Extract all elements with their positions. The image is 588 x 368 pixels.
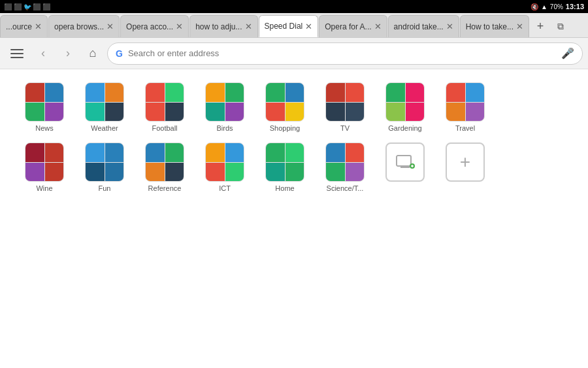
- speed-dial-travel[interactable]: Travel: [440, 82, 490, 132]
- menu-button[interactable]: [5, 42, 29, 65]
- address-input[interactable]: [128, 48, 556, 58]
- speed-dial-news[interactable]: News: [20, 82, 69, 132]
- tab-1[interactable]: ...ource ✕: [0, 15, 48, 37]
- tab-2-close[interactable]: ✕: [106, 22, 114, 31]
- news-label: News: [35, 124, 54, 132]
- tab-8-close[interactable]: ✕: [516, 22, 523, 31]
- browser-chrome: ‹ › ⌂ G 🎤: [0, 38, 588, 69]
- speed-dial-row-2: Wine Fun Reference: [20, 142, 568, 192]
- tab-overflow-button[interactable]: ⧉: [551, 15, 570, 37]
- science-label: Science/T...: [327, 184, 364, 192]
- battery-icon: 70%: [550, 3, 563, 10]
- speed-dial-row-1: News Weather Football: [20, 82, 568, 132]
- shopping-icon: [265, 82, 304, 122]
- speed-dial-special-icon: [385, 142, 425, 182]
- travel-icon: [446, 82, 485, 122]
- tab-3-close[interactable]: ✕: [176, 22, 183, 31]
- google-logo: G: [116, 48, 123, 59]
- ict-icon: [205, 142, 244, 182]
- shopping-label: Shopping: [270, 124, 301, 132]
- speed-dial-special[interactable]: [380, 142, 430, 192]
- travel-label: Travel: [455, 124, 475, 132]
- weather-label: Weather: [91, 124, 118, 132]
- gardening-icon: [385, 82, 425, 122]
- tab-3[interactable]: Opera acco... ✕: [120, 15, 189, 37]
- wifi-icon: ▲: [541, 3, 547, 10]
- speed-dial-shopping[interactable]: Shopping: [260, 82, 310, 132]
- gardening-label: Gardening: [388, 124, 421, 132]
- speed-dial-gardening[interactable]: Gardening: [380, 82, 430, 132]
- speed-dial-ict[interactable]: ICT: [200, 142, 250, 192]
- clock: 13:13: [566, 3, 584, 10]
- tab-6-close[interactable]: ✕: [374, 22, 382, 31]
- fun-label: Fun: [99, 184, 111, 192]
- speed-dial-grid: News Weather Football: [0, 69, 588, 205]
- tab-2[interactable]: opera brows... ✕: [48, 15, 120, 37]
- tab-5-close[interactable]: ✕: [305, 22, 312, 31]
- tab-1-close[interactable]: ✕: [35, 22, 42, 31]
- forward-button[interactable]: ›: [57, 43, 78, 64]
- speed-dial-home[interactable]: Home: [260, 142, 310, 192]
- hamburger-line-1: [10, 49, 24, 50]
- back-button[interactable]: ‹: [33, 43, 54, 64]
- speed-dial-birds[interactable]: Birds: [200, 82, 250, 132]
- status-bar-right: 🔇 ▲ 70% 13:13: [531, 3, 584, 10]
- hamburger-line-3: [10, 57, 24, 58]
- address-bar[interactable]: G 🎤: [107, 42, 583, 65]
- new-tab-button[interactable]: +: [530, 15, 551, 37]
- microphone-icon[interactable]: 🎤: [561, 47, 574, 59]
- speed-dial-reference[interactable]: Reference: [140, 142, 189, 192]
- tv-icon: [325, 82, 365, 122]
- football-label: Football: [152, 124, 177, 132]
- wine-icon: [25, 142, 64, 182]
- status-bar-left: ⬛ ⬛ 🐦 ⬛ ⬛: [4, 3, 50, 10]
- tab-bar: ...ource ✕ opera brows... ✕ Opera acco..…: [0, 13, 588, 38]
- fun-icon: [85, 142, 124, 182]
- news-icon: [25, 82, 64, 122]
- tab-6[interactable]: Opera for A... ✕: [319, 15, 387, 37]
- science-icon: [325, 142, 365, 182]
- hamburger-line-2: [10, 53, 24, 54]
- tab-4[interactable]: how to adju... ✕: [189, 15, 257, 37]
- football-icon: [145, 82, 184, 122]
- app-icons: ⬛ ⬛ 🐦 ⬛ ⬛: [4, 3, 50, 10]
- speed-dial-fun[interactable]: Fun: [80, 142, 129, 192]
- home-label: Home: [275, 184, 294, 192]
- tab-8[interactable]: How to take... ✕: [460, 15, 529, 37]
- reference-icon: [145, 142, 184, 182]
- speed-dial-weather[interactable]: Weather: [80, 82, 129, 132]
- speed-dial-add[interactable]: +: [440, 142, 490, 192]
- home-icon: [265, 142, 304, 182]
- add-speed-dial-icon[interactable]: +: [446, 142, 485, 182]
- tab-5-speed-dial[interactable]: Speed Dial ✕: [259, 15, 319, 37]
- speed-dial-science[interactable]: Science/T...: [320, 142, 370, 192]
- mute-icon: 🔇: [531, 3, 538, 10]
- home-button[interactable]: ⌂: [82, 43, 103, 64]
- tv-label: TV: [340, 124, 350, 132]
- weather-icon: [85, 82, 124, 122]
- svg-rect-0: [397, 156, 411, 166]
- speed-dial-football[interactable]: Football: [140, 82, 189, 132]
- tab-7-close[interactable]: ✕: [446, 22, 453, 31]
- birds-label: Birds: [216, 124, 233, 132]
- wine-label: Wine: [36, 184, 52, 192]
- ict-label: ICT: [219, 184, 231, 192]
- birds-icon: [205, 82, 244, 122]
- tab-7[interactable]: android take... ✕: [388, 15, 459, 37]
- speed-dial-tv[interactable]: TV: [320, 82, 370, 132]
- reference-label: Reference: [148, 184, 182, 192]
- status-bar: ⬛ ⬛ 🐦 ⬛ ⬛ 🔇 ▲ 70% 13:13: [0, 0, 588, 13]
- tab-4-close[interactable]: ✕: [245, 22, 252, 31]
- speed-dial-wine[interactable]: Wine: [20, 142, 69, 192]
